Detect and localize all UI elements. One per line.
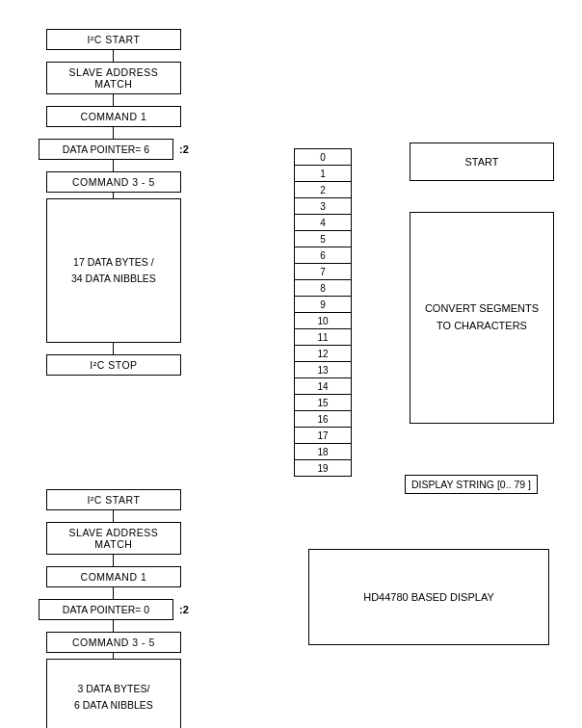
convert-box: CONVERT SEGMENTS TO CHARACTERS bbox=[410, 212, 554, 424]
data-pointer-box-1: DATA POINTER= 6 bbox=[39, 139, 173, 160]
num-box-14: 14 bbox=[294, 377, 352, 395]
data-bytes-box-2: 3 DATA BYTES/ 6 DATA NIBBLES bbox=[46, 659, 181, 728]
num-box-0: 0 bbox=[294, 148, 352, 166]
num-box-19: 19 bbox=[294, 459, 352, 477]
num-box-6: 6 bbox=[294, 247, 352, 264]
num-box-3: 3 bbox=[294, 197, 352, 215]
data-bytes-box-1: 17 DATA BYTES / 34 DATA NIBBLES bbox=[46, 198, 181, 343]
num-box-13: 13 bbox=[294, 361, 352, 378]
num-box-15: 15 bbox=[294, 394, 352, 411]
num-box-17: 17 bbox=[294, 427, 352, 444]
number-column: 012345678910111213141516171819 bbox=[294, 149, 352, 477]
colon-label-1: :2 bbox=[179, 143, 189, 155]
num-box-4: 4 bbox=[294, 214, 352, 231]
command-1-box-2: COMMAND 1 bbox=[46, 566, 181, 587]
num-box-9: 9 bbox=[294, 296, 352, 313]
command-3-5-box-2: COMMAND 3 - 5 bbox=[46, 632, 181, 653]
num-box-11: 11 bbox=[294, 328, 352, 346]
display-string-label: DISPLAY STRING [0.. 79 ] bbox=[405, 475, 538, 494]
num-box-16: 16 bbox=[294, 410, 352, 428]
num-box-7: 7 bbox=[294, 263, 352, 280]
num-box-1: 1 bbox=[294, 165, 352, 182]
num-box-5: 5 bbox=[294, 230, 352, 247]
i2c-start-box-1: I²C START bbox=[46, 29, 181, 50]
i2c-start-box-2: I²C START bbox=[46, 489, 181, 510]
num-box-10: 10 bbox=[294, 312, 352, 329]
num-box-8: 8 bbox=[294, 279, 352, 297]
slave-address-match-box-2: SLAVE ADDRESS MATCH bbox=[46, 522, 181, 555]
start-box: START bbox=[410, 143, 554, 181]
num-box-2: 2 bbox=[294, 181, 352, 198]
colon-label-2: :2 bbox=[179, 604, 189, 615]
hd44780-box: HD44780 BASED DISPLAY bbox=[308, 549, 549, 645]
i2c-stop-box-1: I²C STOP bbox=[46, 354, 181, 376]
command-3-5-box-1: COMMAND 3 - 5 bbox=[46, 171, 181, 193]
command-1-box-1: COMMAND 1 bbox=[46, 106, 181, 127]
slave-address-match-box-1: SLAVE ADDRESS MATCH bbox=[46, 62, 181, 94]
data-pointer-box-2: DATA POINTER= 0 bbox=[39, 599, 173, 620]
num-box-18: 18 bbox=[294, 443, 352, 460]
num-box-12: 12 bbox=[294, 345, 352, 362]
